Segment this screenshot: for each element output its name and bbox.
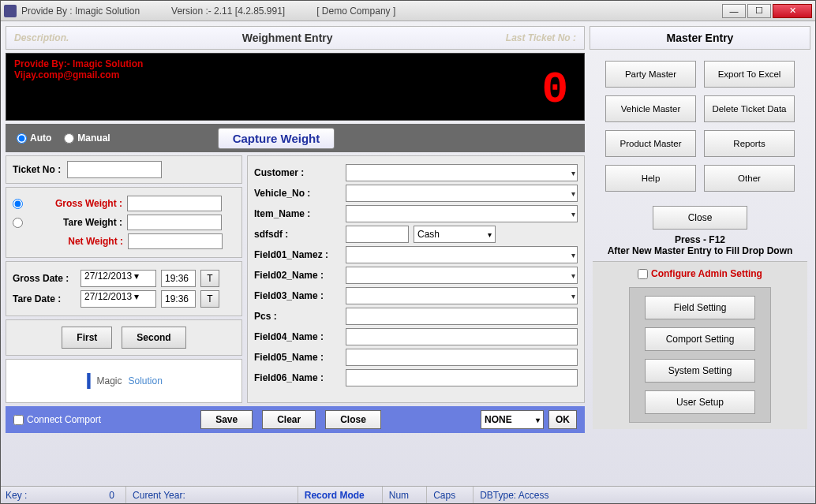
field06-input[interactable] — [346, 369, 578, 386]
field04-input[interactable] — [346, 328, 578, 345]
status-key-label: Key : — [6, 490, 27, 501]
logo-i: I — [85, 368, 92, 394]
second-button[interactable]: Second — [122, 327, 185, 349]
first-button[interactable]: First — [62, 327, 112, 349]
gross-weight-label: Gross Weight : — [28, 198, 122, 209]
master-entry-title: Master Entry — [590, 26, 810, 50]
system-setting-button[interactable]: System Setting — [645, 359, 755, 383]
tare-date-input[interactable]: 27/12/2013 ▾ — [80, 290, 156, 308]
manual-radio[interactable] — [64, 133, 74, 144]
save-button[interactable]: Save — [200, 410, 253, 429]
logo-magic: Magic — [96, 375, 122, 386]
vehicle-label: Vehicle_No : — [254, 188, 341, 199]
status-dbtype: DBType: Access — [473, 487, 555, 503]
display-value: 0 — [541, 65, 568, 115]
weights-panel: Gross Weight : Tare Weight : Net Weight … — [6, 187, 242, 258]
status-bar: Key : 0 Curent Year: Record Mode Num Cap… — [1, 486, 815, 503]
gross-weight-input[interactable] — [127, 196, 222, 211]
field05-input[interactable] — [346, 349, 578, 366]
press-f12-label: Press - F12 — [590, 234, 810, 245]
field06-label: Field06_Name : — [254, 372, 341, 383]
vehicle-combo[interactable] — [346, 185, 578, 202]
tare-weight-input[interactable] — [127, 215, 222, 230]
field04-label: Field04_Name : — [254, 331, 341, 342]
vehicle-master-button[interactable]: Vehicle Master — [605, 95, 696, 122]
auto-radio-label[interactable]: Auto — [17, 133, 51, 144]
status-key-value: 0 — [109, 490, 114, 501]
item-combo[interactable] — [346, 205, 578, 222]
reports-button[interactable]: Reports — [704, 130, 795, 157]
gross-date-label: Gross Date : — [13, 273, 76, 284]
field02-combo[interactable] — [346, 267, 578, 284]
connect-comport-checkbox[interactable]: Connect Comport — [13, 414, 101, 425]
configure-cb[interactable] — [638, 269, 648, 279]
display-line2: Vijay.comp@gmail.com — [14, 69, 576, 80]
help-button[interactable]: Help — [605, 165, 696, 192]
field-setting-button[interactable]: Field Setting — [645, 296, 755, 319]
product-master-button[interactable]: Product Master — [605, 130, 696, 157]
ticket-panel: Ticket No : — [6, 155, 242, 184]
tare-t-button[interactable]: T — [200, 290, 219, 308]
tare-weight-radio[interactable] — [13, 218, 23, 228]
ok-button[interactable]: OK — [548, 410, 577, 429]
customer-combo[interactable] — [346, 164, 578, 181]
party-master-button[interactable]: Party Master — [605, 61, 696, 88]
description-label: Description. — [14, 32, 69, 43]
logo-panel: I Magic Solution — [6, 359, 242, 403]
gross-t-button[interactable]: T — [200, 270, 219, 287]
pcs-label: Pcs : — [254, 311, 341, 322]
master-entry-panel: Master Entry Party Master Export To Exce… — [590, 26, 810, 481]
export-excel-button[interactable]: Export To Excel — [704, 61, 795, 88]
other-button[interactable]: Other — [704, 165, 795, 192]
gross-date-input[interactable]: 27/12/2013 ▾ — [80, 270, 156, 287]
field05-label: Field05_Name : — [254, 352, 341, 363]
status-year: Curent Year: — [125, 487, 192, 503]
clear-button[interactable]: Clear — [262, 410, 316, 429]
configure-section: Configure Admin Setting Field Setting Co… — [593, 261, 807, 429]
net-weight-input[interactable] — [128, 233, 223, 249]
manual-radio-label[interactable]: Manual — [64, 133, 110, 144]
dates-panel: Gross Date : 27/12/2013 ▾ T Tare Date : … — [6, 261, 242, 316]
field02-label: Field02_Name : — [254, 270, 341, 281]
delete-ticket-button[interactable]: Delete Ticket Data — [704, 95, 795, 122]
field03-label: Field03_Name : — [254, 290, 341, 301]
left-header: Description. Weighment Entry Last Ticket… — [6, 26, 585, 50]
status-num: Num — [382, 487, 415, 503]
user-setup-button[interactable]: User Setup — [645, 390, 755, 414]
maximize-button[interactable]: ☐ — [747, 4, 771, 18]
title-provide: Provide By : Imagic Solution — [21, 6, 140, 17]
sdf-label: sdfsdf : — [254, 229, 341, 240]
weight-display: Provide By:- Imagic Solution Vijay.comp@… — [6, 53, 585, 121]
ticket-no-label: Ticket No : — [13, 164, 61, 175]
close-window-button[interactable]: ✕ — [773, 4, 812, 18]
gross-time-input[interactable] — [161, 270, 196, 287]
fields-panel: Customer : Vehicle_No : Item_Name : sdfs… — [247, 155, 585, 403]
capture-weight-button[interactable]: Capture Weight — [218, 128, 335, 149]
connect-comport-cb[interactable] — [13, 415, 24, 425]
field03-combo[interactable] — [346, 287, 578, 304]
configure-admin-checkbox[interactable]: Configure Admin Setting — [638, 268, 762, 279]
ticket-no-input[interactable] — [67, 161, 162, 178]
after-entry-label: After New Master Entry to Fill Drop Down — [590, 245, 810, 256]
logo-solution: Solution — [128, 375, 162, 386]
none-combo[interactable]: NONE — [481, 410, 544, 429]
customer-label: Customer : — [254, 167, 341, 178]
close-button[interactable]: Close — [325, 410, 381, 429]
first-second-panel: First Second — [6, 319, 242, 356]
comport-setting-button[interactable]: Comport Setting — [645, 327, 755, 351]
field01-combo[interactable] — [346, 246, 578, 263]
minimize-button[interactable]: — — [722, 4, 746, 18]
master-close-button[interactable]: Close — [653, 206, 747, 230]
tare-weight-label: Tare Weight : — [28, 217, 122, 228]
app-icon — [4, 5, 17, 17]
auto-radio[interactable] — [17, 133, 27, 144]
pcs-input[interactable] — [346, 308, 578, 325]
tare-time-input[interactable] — [161, 290, 196, 308]
sdf-input[interactable] — [346, 226, 409, 243]
bottom-bar: Connect Comport Save Clear Close NONE OK — [6, 406, 585, 433]
title-version: Version :- 2.11 [4.2.85.991] — [171, 6, 285, 17]
cash-combo[interactable]: Cash — [414, 226, 496, 243]
item-label: Item_Name : — [254, 208, 341, 219]
gross-weight-radio[interactable] — [13, 199, 23, 209]
field01-label: Field01_Namez : — [254, 249, 341, 260]
